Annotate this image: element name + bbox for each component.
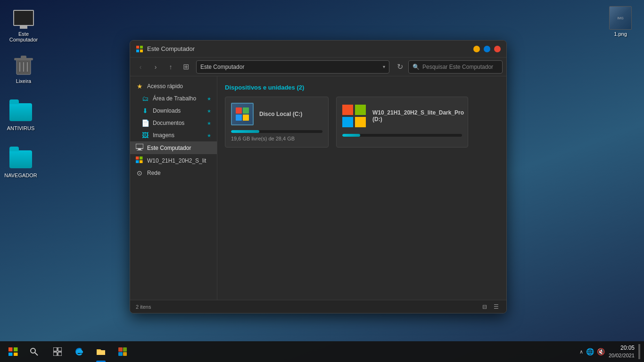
drive-c-progress-bar-container: [231, 130, 322, 133]
svg-rect-21: [8, 347, 13, 352]
svg-rect-8: [136, 49, 139, 52]
sidebar-item-rede[interactable]: ⊙ Rede: [130, 167, 217, 179]
taskbar-app-edge[interactable]: [69, 341, 90, 362]
close-button[interactable]: [494, 46, 501, 52]
main-content: Dispositivos e unidades (2): [217, 76, 506, 300]
sidebar-item-este-computador[interactable]: Este Computador: [130, 141, 217, 154]
devices-grid: Disco Local (C:) 19,6 GB livre(s) de 28,…: [225, 97, 499, 148]
svg-rect-16: [140, 160, 143, 163]
desktop-icon-lixeira[interactable]: Lixeira: [5, 52, 42, 86]
drive-d-item[interactable]: W10_21H1_20H2_S_lite_Dark_Pro (D:): [336, 97, 468, 148]
svg-rect-19: [342, 117, 353, 127]
refresh-button[interactable]: ↻: [393, 60, 406, 74]
svg-rect-23: [8, 353, 13, 356]
taskbar-clock[interactable]: 20:05 20/02/2021: [609, 344, 635, 359]
grid-view-button[interactable]: ⊟: [480, 302, 489, 312]
language-icon: 🌐: [586, 348, 594, 355]
search-icon: 🔍: [413, 64, 420, 70]
up-button[interactable]: ↑: [164, 60, 177, 74]
1png-label: 1.png: [614, 31, 627, 37]
drive-d-info: W10_21H1_20H2_S_lite_Dark_Pro (D:): [372, 109, 464, 123]
desktop-icon-antivirus[interactable]: ANTIVIRUS: [2, 99, 40, 133]
documentos-icon: 📄: [141, 119, 149, 127]
drive-c-info: Disco Local (C:): [259, 111, 302, 117]
sidebar-item-area-trabalho[interactable]: 🗂 Área de Trabalho ★: [130, 92, 217, 105]
drive-d-header: W10_21H1_20H2_S_lite_Dark_Pro (D:): [342, 103, 462, 129]
desktop-icon-este-computador[interactable]: Este Computador: [5, 5, 42, 44]
svg-line-26: [35, 353, 38, 355]
forward-button[interactable]: ›: [149, 60, 162, 74]
drive-c-icon: [231, 103, 254, 125]
volume-icon[interactable]: 🔇: [597, 348, 605, 355]
navegador-label: NAVEGADOR: [4, 173, 37, 178]
drive-d-name-line1: W10_21H1_20H2_S_lite_Dark_Pro: [372, 109, 464, 116]
svg-rect-7: [140, 46, 143, 49]
svg-rect-14: [140, 156, 143, 160]
status-bar: 2 itens ⊟ ☰: [130, 300, 506, 313]
window-controls: [473, 46, 501, 52]
taskbar-app-file-explorer[interactable]: [91, 341, 111, 362]
sidebar-item-downloads[interactable]: ⬇ Downloads ★: [130, 105, 217, 117]
sidebar-item-imagens[interactable]: 🖼 Imagens ★: [130, 129, 217, 141]
svg-rect-29: [53, 352, 57, 356]
documentos-label: Documentos: [153, 120, 184, 126]
drive-c-item[interactable]: Disco Local (C:) 19,6 GB livre(s) de 28,…: [225, 97, 329, 148]
title-bar: Este Computador: [130, 41, 506, 58]
expand-tray-button[interactable]: ∧: [579, 349, 583, 355]
svg-rect-13: [136, 156, 139, 160]
svg-rect-12: [137, 150, 142, 150]
svg-rect-17: [342, 105, 353, 115]
desktop-icon-navegador[interactable]: NAVEGADOR: [2, 146, 40, 180]
back-button[interactable]: ‹: [134, 60, 147, 74]
view-layout-button[interactable]: ⊞: [179, 60, 192, 74]
lixeira-label: Lixeira: [16, 78, 31, 84]
sidebar-item-quick-access[interactable]: ★ Acesso rápido: [130, 80, 217, 92]
sidebar-item-w10-drive[interactable]: W10_21H1_20H2_S_lit: [130, 154, 217, 167]
taskbar-app-task-view[interactable]: [47, 341, 68, 362]
este-computador-sidebar-icon: [136, 144, 143, 152]
taskbar-time: 20:05: [609, 344, 635, 352]
lixeira-icon: [12, 54, 35, 76]
area-trabalho-label: Área de Trabalho: [153, 95, 196, 102]
quick-access-label: Acesso rápido: [147, 83, 183, 90]
desktop: Este Computador Lixeira ANTIVIRUS NAVEGA…: [0, 0, 644, 362]
area-trabalho-icon: 🗂: [141, 95, 149, 102]
downloads-pin: ★: [207, 108, 211, 114]
imagens-label: Imagens: [153, 132, 174, 139]
address-bar[interactable]: Este Computador ▾: [196, 60, 389, 74]
maximize-button[interactable]: [484, 46, 490, 52]
downloads-label: Downloads: [153, 107, 181, 114]
taskbar-app-photos[interactable]: [112, 341, 133, 362]
toolbar: ‹ › ↑ ⊞ Este Computador ▾ ↻ 🔍 Pesquisar …: [130, 58, 506, 76]
w10-drive-icon: [136, 156, 143, 165]
search-button[interactable]: [25, 342, 43, 361]
minimize-button[interactable]: [473, 46, 480, 52]
sidebar-item-documentos[interactable]: 📄 Documentos ★: [130, 117, 217, 129]
window-icon: [136, 45, 143, 53]
1png-icon: IMG: [609, 7, 632, 29]
w10-drive-label: W10_21H1_20H2_S_lit: [147, 157, 206, 164]
svg-rect-28: [58, 347, 62, 351]
start-button[interactable]: [4, 342, 23, 361]
show-desktop-button[interactable]: [638, 344, 640, 359]
svg-point-25: [31, 348, 35, 353]
antivirus-label: ANTIVIRUS: [7, 125, 35, 131]
svg-rect-18: [355, 105, 366, 115]
imagens-icon: 🖼: [141, 132, 149, 139]
antivirus-icon: [9, 101, 32, 123]
svg-rect-22: [14, 347, 18, 352]
svg-rect-6: [136, 46, 139, 49]
drive-d-progress-bar: [342, 134, 360, 137]
address-dropdown-icon[interactable]: ▾: [383, 64, 385, 69]
search-bar[interactable]: 🔍 Pesquisar Este Computador: [408, 60, 503, 74]
windows-logo-c: [236, 107, 249, 121]
list-view-button[interactable]: ☰: [491, 302, 501, 312]
desktop-icon-1png[interactable]: IMG 1.png: [602, 5, 639, 39]
sidebar: ★ Acesso rápido 🗂 Área de Trabalho ★ ⬇ D…: [130, 76, 217, 300]
imagens-pin: ★: [207, 133, 211, 138]
taskbar-left: [0, 342, 47, 361]
view-icons: ⊟ ☰: [480, 302, 501, 312]
taskbar-right: ∧ 🌐 🔇 20:05 20/02/2021: [576, 344, 644, 359]
svg-rect-27: [53, 347, 57, 351]
taskbar: ∧ 🌐 🔇 20:05 20/02/2021: [0, 341, 644, 362]
